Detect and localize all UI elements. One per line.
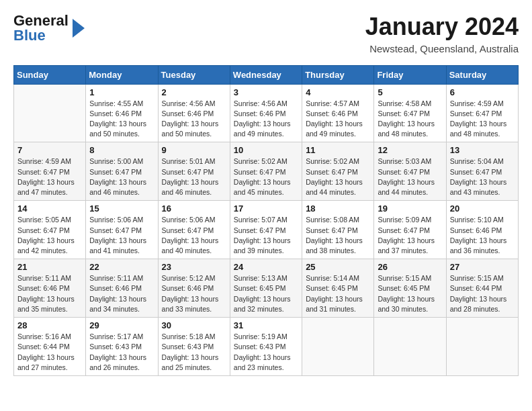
day-number: 25 xyxy=(306,262,370,272)
logo-arrow-icon xyxy=(70,19,85,38)
day-info: Sunrise: 5:07 AMSunset: 6:47 PMDaylight:… xyxy=(234,215,298,256)
weekday-header-wednesday: Wednesday xyxy=(230,65,302,84)
calendar-cell: 31Sunrise: 5:19 AMSunset: 6:43 PMDayligh… xyxy=(230,318,302,376)
day-number: 19 xyxy=(378,203,442,214)
calendar-cell: 15Sunrise: 5:06 AMSunset: 6:47 PMDayligh… xyxy=(86,201,158,259)
day-info: Sunrise: 4:57 AMSunset: 6:46 PMDaylight:… xyxy=(306,99,370,140)
day-number: 13 xyxy=(450,145,515,155)
day-number: 22 xyxy=(89,262,154,272)
calendar-week-1: 1Sunrise: 4:55 AMSunset: 6:46 PMDaylight… xyxy=(14,84,519,142)
weekday-header-friday: Friday xyxy=(374,65,446,84)
calendar-cell: 2Sunrise: 4:56 AMSunset: 6:46 PMDaylight… xyxy=(158,84,230,142)
calendar-cell: 14Sunrise: 5:05 AMSunset: 6:47 PMDayligh… xyxy=(14,201,86,259)
day-number: 14 xyxy=(17,203,82,214)
day-info: Sunrise: 4:59 AMSunset: 6:47 PMDaylight:… xyxy=(450,99,515,140)
calendar-cell: 9Sunrise: 5:01 AMSunset: 6:47 PMDaylight… xyxy=(158,142,230,201)
location: Newstead, Queensland, Australia xyxy=(365,43,519,54)
calendar-cell: 11Sunrise: 5:02 AMSunset: 6:47 PMDayligh… xyxy=(302,142,374,201)
title-area: January 2024 Newstead, Queensland, Austr… xyxy=(365,13,519,54)
weekday-header-thursday: Thursday xyxy=(302,65,374,84)
day-info: Sunrise: 5:15 AMSunset: 6:45 PMDaylight:… xyxy=(378,273,442,314)
calendar-week-3: 14Sunrise: 5:05 AMSunset: 6:47 PMDayligh… xyxy=(14,201,519,259)
calendar-cell: 24Sunrise: 5:13 AMSunset: 6:45 PMDayligh… xyxy=(230,259,302,318)
calendar-cell: 8Sunrise: 5:00 AMSunset: 6:47 PMDaylight… xyxy=(86,142,158,201)
calendar-week-2: 7Sunrise: 4:59 AMSunset: 6:47 PMDaylight… xyxy=(14,142,519,201)
calendar-cell xyxy=(302,318,374,376)
day-info: Sunrise: 5:01 AMSunset: 6:47 PMDaylight:… xyxy=(162,156,226,197)
calendar-cell: 20Sunrise: 5:10 AMSunset: 6:46 PMDayligh… xyxy=(446,201,518,259)
day-info: Sunrise: 5:12 AMSunset: 6:46 PMDaylight:… xyxy=(162,273,226,314)
weekday-header-row: SundayMondayTuesdayWednesdayThursdayFrid… xyxy=(14,65,519,84)
calendar-cell xyxy=(14,84,86,142)
day-number: 15 xyxy=(89,203,154,214)
calendar-cell: 25Sunrise: 5:14 AMSunset: 6:45 PMDayligh… xyxy=(302,259,374,318)
logo: General Blue xyxy=(13,13,85,43)
day-number: 26 xyxy=(378,262,442,272)
day-info: Sunrise: 5:15 AMSunset: 6:44 PMDaylight:… xyxy=(450,273,515,314)
day-number: 27 xyxy=(450,262,515,272)
calendar-cell: 3Sunrise: 4:56 AMSunset: 6:46 PMDaylight… xyxy=(230,84,302,142)
day-number: 20 xyxy=(450,203,515,214)
day-info: Sunrise: 4:56 AMSunset: 6:46 PMDaylight:… xyxy=(162,99,226,140)
day-number: 21 xyxy=(17,262,82,272)
calendar-cell: 12Sunrise: 5:03 AMSunset: 6:47 PMDayligh… xyxy=(374,142,446,201)
weekday-header-monday: Monday xyxy=(86,65,158,84)
day-number: 7 xyxy=(17,145,82,155)
calendar-cell: 17Sunrise: 5:07 AMSunset: 6:47 PMDayligh… xyxy=(230,201,302,259)
day-number: 8 xyxy=(89,145,154,155)
day-number: 11 xyxy=(306,145,370,155)
day-number: 4 xyxy=(306,87,370,97)
day-info: Sunrise: 5:17 AMSunset: 6:43 PMDaylight:… xyxy=(89,332,154,373)
calendar-cell xyxy=(446,318,518,376)
calendar-cell: 30Sunrise: 5:18 AMSunset: 6:43 PMDayligh… xyxy=(158,318,230,376)
day-info: Sunrise: 5:04 AMSunset: 6:47 PMDaylight:… xyxy=(450,156,515,197)
day-info: Sunrise: 5:08 AMSunset: 6:47 PMDaylight:… xyxy=(306,215,370,256)
day-number: 29 xyxy=(89,320,154,330)
weekday-header-tuesday: Tuesday xyxy=(158,65,230,84)
day-number: 23 xyxy=(162,262,226,272)
day-info: Sunrise: 5:06 AMSunset: 6:47 PMDaylight:… xyxy=(162,215,226,256)
day-number: 17 xyxy=(234,203,298,214)
day-info: Sunrise: 5:02 AMSunset: 6:47 PMDaylight:… xyxy=(306,156,370,197)
day-number: 28 xyxy=(17,320,82,330)
day-info: Sunrise: 4:59 AMSunset: 6:47 PMDaylight:… xyxy=(17,156,82,197)
day-number: 12 xyxy=(378,145,442,155)
calendar-cell: 7Sunrise: 4:59 AMSunset: 6:47 PMDaylight… xyxy=(14,142,86,201)
day-number: 31 xyxy=(234,320,298,330)
day-info: Sunrise: 5:00 AMSunset: 6:47 PMDaylight:… xyxy=(89,156,154,197)
day-number: 30 xyxy=(162,320,226,330)
logo-general: General xyxy=(13,13,69,28)
calendar-cell xyxy=(374,318,446,376)
day-info: Sunrise: 5:02 AMSunset: 6:47 PMDaylight:… xyxy=(234,156,298,197)
day-info: Sunrise: 5:11 AMSunset: 6:46 PMDaylight:… xyxy=(89,273,154,314)
day-number: 2 xyxy=(162,87,226,97)
day-info: Sunrise: 5:18 AMSunset: 6:43 PMDaylight:… xyxy=(162,332,226,373)
day-info: Sunrise: 4:56 AMSunset: 6:46 PMDaylight:… xyxy=(234,99,298,140)
calendar-cell: 13Sunrise: 5:04 AMSunset: 6:47 PMDayligh… xyxy=(446,142,518,201)
calendar-cell: 21Sunrise: 5:11 AMSunset: 6:46 PMDayligh… xyxy=(14,259,86,318)
calendar-week-4: 21Sunrise: 5:11 AMSunset: 6:46 PMDayligh… xyxy=(14,259,519,318)
calendar-cell: 29Sunrise: 5:17 AMSunset: 6:43 PMDayligh… xyxy=(86,318,158,376)
calendar-cell: 4Sunrise: 4:57 AMSunset: 6:46 PMDaylight… xyxy=(302,84,374,142)
calendar-week-5: 28Sunrise: 5:16 AMSunset: 6:44 PMDayligh… xyxy=(14,318,519,376)
calendar-table: SundayMondayTuesdayWednesdayThursdayFrid… xyxy=(13,65,519,376)
day-number: 6 xyxy=(450,87,515,97)
day-number: 10 xyxy=(234,145,298,155)
day-info: Sunrise: 5:19 AMSunset: 6:43 PMDaylight:… xyxy=(234,332,298,373)
calendar-cell: 1Sunrise: 4:55 AMSunset: 6:46 PMDaylight… xyxy=(86,84,158,142)
calendar-cell: 23Sunrise: 5:12 AMSunset: 6:46 PMDayligh… xyxy=(158,259,230,318)
svg-marker-0 xyxy=(73,19,85,38)
calendar-cell: 18Sunrise: 5:08 AMSunset: 6:47 PMDayligh… xyxy=(302,201,374,259)
calendar-cell: 26Sunrise: 5:15 AMSunset: 6:45 PMDayligh… xyxy=(374,259,446,318)
day-number: 24 xyxy=(234,262,298,272)
day-info: Sunrise: 5:06 AMSunset: 6:47 PMDaylight:… xyxy=(89,215,154,256)
calendar-cell: 5Sunrise: 4:58 AMSunset: 6:47 PMDaylight… xyxy=(374,84,446,142)
day-info: Sunrise: 5:03 AMSunset: 6:47 PMDaylight:… xyxy=(378,156,442,197)
calendar-cell: 19Sunrise: 5:09 AMSunset: 6:47 PMDayligh… xyxy=(374,201,446,259)
calendar-cell: 6Sunrise: 4:59 AMSunset: 6:47 PMDaylight… xyxy=(446,84,518,142)
day-info: Sunrise: 5:16 AMSunset: 6:44 PMDaylight:… xyxy=(17,332,82,373)
day-info: Sunrise: 4:58 AMSunset: 6:47 PMDaylight:… xyxy=(378,99,442,140)
day-number: 1 xyxy=(89,87,154,97)
weekday-header-sunday: Sunday xyxy=(14,65,86,84)
month-title: January 2024 xyxy=(365,13,519,40)
